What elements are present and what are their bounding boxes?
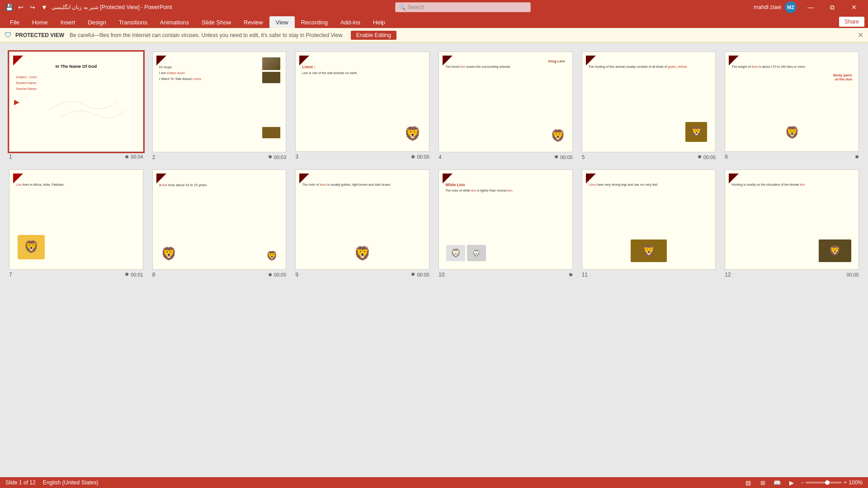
slide-thumb-1: In The Name Of God Subject : Lions Stude… <box>9 52 143 152</box>
search-box[interactable]: 🔍 Search <box>395 2 531 12</box>
tab-slideshow[interactable]: Slide Show <box>195 16 237 28</box>
status-bar: Slide 1 of 12 English (United States) ▤ … <box>0 477 868 488</box>
tab-help[interactable]: Help <box>367 16 392 28</box>
user-avatar[interactable]: MZ <box>785 1 797 13</box>
slide-item-11[interactable]: Lions have very strong legs and can run … <box>582 169 716 278</box>
username-label: mahdi ziaei <box>754 4 781 10</box>
slide-number-5: 5 <box>582 154 585 160</box>
tab-recording[interactable]: Recording <box>295 16 334 28</box>
slide-thumb-5: The hunting of this animal usually consi… <box>582 52 716 152</box>
slide-item-1[interactable]: In The Name Of God Subject : Lions Stude… <box>9 52 143 160</box>
reading-view-button[interactable]: 📖 <box>772 479 783 487</box>
tab-design[interactable]: Design <box>81 16 112 28</box>
timing-12: 00:05 <box>846 272 859 277</box>
search-area: 🔍 Search <box>172 2 754 12</box>
slide-meta-6: ✱ <box>855 154 859 160</box>
protected-label: PROTECTED VIEW <box>15 32 64 38</box>
slide-number-10: 10 <box>439 272 444 278</box>
slide-item-9[interactable]: The color of lions is usually golden, li… <box>295 169 429 278</box>
title-bar-right: mahdi ziaei MZ — ⧉ ✕ <box>754 0 864 14</box>
zoom-out-icon[interactable]: − <box>801 479 804 486</box>
restore-button[interactable]: ⧉ <box>822 0 843 14</box>
slide-number-6: 6 <box>725 154 728 160</box>
slide-meta-3: ✱ 00:05 <box>411 154 429 160</box>
tab-insert[interactable]: Insert <box>54 16 82 28</box>
slide-info-12: 12 00:05 <box>725 272 859 278</box>
slide-item-7[interactable]: Lion lives in Africa, India, Pakistan. 🦁… <box>9 169 143 278</box>
star-icon-10: ✱ <box>569 272 573 278</box>
slide-thumb-4: The forest lion scares the surrounding a… <box>439 52 573 152</box>
slide-meta-2: ✱ 00:03 <box>268 154 287 160</box>
tab-home[interactable]: Home <box>26 16 54 28</box>
timing-8: 00:05 <box>274 272 287 277</box>
timing-4: 00:05 <box>560 155 573 160</box>
normal-view-button[interactable]: ▤ <box>743 479 754 487</box>
star-icon-9: ✱ <box>411 272 415 277</box>
window-title: شیر به زبان انگلیسی [Protected View] - P… <box>52 4 172 10</box>
timing-2: 00:03 <box>274 155 287 160</box>
title-bar: 💾 ↩ ↪ ▼ شیر به زبان انگلیسی [Protected V… <box>0 0 868 14</box>
slide-meta-5: ✱ 00:05 <box>698 154 716 160</box>
enable-editing-button[interactable]: Enable Editing <box>351 31 396 40</box>
slide-thumb-7: Lion lives in Africa, India, Pakistan. 🦁 <box>9 169 143 270</box>
slide-item-8[interactable]: A lion lives about 10 to 15 years 🦁 🦁 8 … <box>152 169 287 278</box>
timing-1: 00:04 <box>131 154 143 160</box>
slide-item-2[interactable]: Hi Guys I am Diako Azizi I Want To Talk … <box>152 52 287 160</box>
tab-file[interactable]: File <box>4 16 26 28</box>
slide-thumb-10: White Lion The color of white lion is li… <box>439 169 573 270</box>
close-bar-icon[interactable]: ✕ <box>858 31 863 39</box>
tab-view[interactable]: View <box>269 16 295 28</box>
tab-transitions[interactable]: Transitions <box>113 16 154 28</box>
slide-thumb-9: The color of lions is usually golden, li… <box>295 169 429 270</box>
slide-item-6[interactable]: The weight of lions is about 170 to 190 … <box>725 52 859 160</box>
slide-thumb-3: Lions : Lion is one of the wild animals … <box>295 52 429 152</box>
slide-info-4: 4 ✱ 00:05 <box>439 154 573 160</box>
zoom-in-icon[interactable]: + <box>844 479 847 486</box>
slide-info-3: 3 ✱ 00:05 <box>295 154 429 160</box>
slide-info-7: 7 ✱ 00:01 <box>9 272 143 278</box>
customize-button[interactable]: ▼ <box>39 2 50 13</box>
slide-info-10: 10 ✱ <box>439 272 573 278</box>
slide-number-7: 7 <box>9 272 12 278</box>
slide-number-9: 9 <box>295 272 298 278</box>
tab-addins[interactable]: Add-ins <box>334 16 367 28</box>
star-icon-6: ✱ <box>855 154 859 160</box>
status-right: ▤ ⊞ 📖 ▶ − + 100% <box>743 479 863 487</box>
close-button[interactable]: ✕ <box>844 0 864 14</box>
slideshow-view-button[interactable]: ▶ <box>786 479 797 487</box>
slide-sorter-button[interactable]: ⊞ <box>757 479 768 487</box>
slide-info-1: 1 ✱ 00:04 <box>9 154 143 160</box>
slide-meta-7: ✱ 00:01 <box>125 272 143 277</box>
slide-item-5[interactable]: The hunting of this animal usually consi… <box>582 52 716 160</box>
slide-item-12[interactable]: Hunting is mostly on the shoulders of th… <box>725 169 859 278</box>
ribbon-tabs: File Home Insert Design Transitions Anim… <box>0 14 868 28</box>
zoom-slider[interactable] <box>806 482 842 483</box>
star-icon-2: ✱ <box>268 154 272 160</box>
undo-button[interactable]: ↩ <box>15 2 26 13</box>
slide-info-9: 9 ✱ 00:05 <box>295 272 429 278</box>
slide-info-2: 2 ✱ 00:03 <box>152 154 287 160</box>
timing-5: 00:05 <box>703 155 716 160</box>
minimize-button[interactable]: — <box>800 0 821 14</box>
slide-number-12: 12 <box>725 272 731 278</box>
slide-thumb-12: Hunting is mostly on the shoulders of th… <box>725 169 859 270</box>
slide-number-1: 1 <box>9 154 12 160</box>
shield-icon: 🛡 <box>5 31 12 39</box>
redo-button[interactable]: ↪ <box>27 2 38 13</box>
slide-meta-9: ✱ 00:05 <box>411 272 429 277</box>
star-icon-1: ✱ <box>125 154 129 160</box>
slide-item-4[interactable]: The forest lion scares the surrounding a… <box>439 52 573 160</box>
tab-review[interactable]: Review <box>237 16 269 28</box>
tab-animations[interactable]: Animations <box>154 16 195 28</box>
slide-info-8: 8 ✱ 00:05 <box>152 272 287 278</box>
slide-item-3[interactable]: Lions : Lion is one of the wild animals … <box>295 52 429 160</box>
slide-item-10[interactable]: White Lion The color of white lion is li… <box>439 169 573 278</box>
slide-thumb-8: A lion lives about 10 to 15 years 🦁 🦁 <box>152 169 287 270</box>
share-button[interactable]: Share <box>839 17 864 27</box>
save-button[interactable]: 💾 <box>4 2 14 13</box>
slide-meta-8: ✱ 00:05 <box>268 272 287 278</box>
protected-view-bar: 🛡 PROTECTED VIEW Be careful—files from t… <box>0 28 868 42</box>
slide-number-4: 4 <box>439 154 442 160</box>
title-bar-left: 💾 ↩ ↪ ▼ شیر به زبان انگلیسی [Protected V… <box>4 2 172 13</box>
slide-number-8: 8 <box>152 272 156 278</box>
